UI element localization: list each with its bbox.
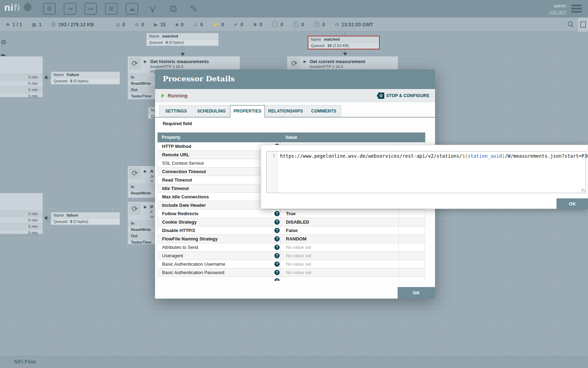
- help-icon[interactable]: ?: [274, 278, 280, 281]
- table-row: Follow Redirects?True: [158, 210, 425, 218]
- running-status-icon: [161, 94, 165, 98]
- tab-scheduling[interactable]: SCHEDULING: [194, 105, 229, 117]
- global-menu-icon[interactable]: [571, 5, 582, 13]
- help-icon[interactable]: ?: [274, 219, 280, 225]
- remote-url-value: https://www.pegelonline.wsv.de/webservic…: [280, 153, 584, 159]
- tab-settings[interactable]: SETTINGS: [159, 105, 193, 117]
- input-port-toolbar-icon[interactable]: ⇥: [63, 2, 77, 15]
- queued-size: (0 bytes): [169, 40, 184, 45]
- run-status-icon: ▶: [144, 169, 147, 173]
- help-icon[interactable]: ?: [274, 261, 280, 267]
- run-status-icon: ▶: [303, 59, 306, 64]
- connection-label-matched-top[interactable]: Namematched Queued0 (0 bytes): [146, 33, 219, 46]
- connection-queued-key: Queued: [149, 40, 163, 45]
- connection-label-failure-top[interactable]: NameFailure Queued0 (0 bytes): [51, 71, 120, 84]
- connection-name-value: failure: [66, 213, 78, 217]
- label-toolbar-icon[interactable]: ✎: [187, 2, 201, 15]
- connection-queued-key: Queued: [311, 43, 324, 48]
- el-close-token: }: [502, 153, 505, 159]
- tab-properties[interactable]: PROPERTIES: [230, 105, 265, 117]
- queued-size: (0 bytes): [73, 79, 88, 83]
- process-group-toolbar-icon[interactable]: ⊞: [105, 2, 118, 15]
- queue-icon: ☰: [51, 22, 56, 27]
- status-up-to-date: ✔0: [234, 22, 243, 27]
- connection-name-value: Failure: [66, 73, 79, 77]
- value-cell[interactable]: No value set: [280, 243, 398, 251]
- status-cluster: ❖1 / 1: [6, 22, 22, 27]
- processor-type: Jo: [150, 174, 154, 178]
- help-icon[interactable]: ?: [274, 270, 280, 275]
- value-cell[interactable]: No value set: [280, 260, 398, 268]
- editor-ok-button[interactable]: OK: [556, 198, 588, 209]
- processor-type: InvokeHTTP 1.16.3: [310, 64, 343, 69]
- tab-comments[interactable]: COMMENTS: [306, 105, 341, 117]
- connection-name-key: Name: [149, 34, 159, 38]
- value-cell[interactable]: No value set: [280, 252, 398, 260]
- stop-and-configure-button[interactable]: ⚙ STOP & CONFIGURE: [378, 93, 429, 99]
- processor-name: P: [150, 204, 153, 210]
- resize-handle[interactable]: [581, 189, 585, 192]
- threads-icon: ▦: [32, 22, 36, 27]
- funnel-toolbar-icon[interactable]: ⋎: [146, 2, 159, 15]
- status-active-threads: ▦1: [32, 22, 42, 27]
- dialog-tabs: SETTINGS SCHEDULING PROPERTIES RELATIONS…: [155, 105, 435, 117]
- output-port-toolbar-icon[interactable]: ↦: [84, 2, 97, 15]
- processor-toolbar-icon[interactable]: ⚙: [43, 2, 56, 15]
- help-icon[interactable]: ?: [274, 228, 280, 233]
- help-icon[interactable]: ?: [274, 211, 280, 216]
- value-cell[interactable]: [280, 277, 398, 281]
- connection-label-fragment: Name Queued: [148, 107, 155, 119]
- invalid-icon: ⚠: [194, 22, 198, 27]
- value-editor-textarea[interactable]: 1 https://www.pegelonline.wsv.de/webserv…: [266, 151, 586, 193]
- connection-arrow-icon: [181, 53, 185, 56]
- status-not-transmitting: ⊘0: [135, 22, 144, 27]
- value-cell[interactable]: DISABLED: [280, 218, 398, 226]
- status-locally-modified: ✱0: [253, 22, 262, 27]
- help-icon[interactable]: ?: [274, 236, 280, 241]
- connection-label-matched-right[interactable]: Namematched Queued10 (2.53 KB): [308, 36, 380, 49]
- queued-size: (2.53 KB): [332, 43, 349, 48]
- required-field-note: Required field: [163, 121, 192, 126]
- panel-toggle-icon[interactable]: [578, 18, 588, 32]
- dialog-ok-button[interactable]: OK: [398, 287, 435, 299]
- processor-bundle: or: [150, 179, 153, 183]
- transmitting-icon: ◎: [115, 22, 120, 27]
- status-refresh[interactable]: ⟳13:51:03 GMT: [335, 22, 373, 27]
- connection-arrow-icon: [343, 53, 347, 56]
- value-cell[interactable]: No value set: [280, 268, 398, 277]
- status-sync-failure: ?0: [314, 21, 325, 27]
- logout-link[interactable]: LOG OUT: [549, 10, 566, 14]
- remote-process-group-toolbar-icon[interactable]: ☁: [125, 2, 139, 15]
- breadcrumb[interactable]: NiFi Flow: [14, 359, 36, 364]
- help-icon[interactable]: ?: [274, 253, 280, 258]
- table-row: FlowFile Naming Strategy?RANDOM: [158, 235, 425, 243]
- column-property: Property: [162, 135, 180, 140]
- stop-configure-gear-icon: ⚙: [378, 93, 384, 99]
- help-icon[interactable]: ?: [274, 245, 280, 250]
- table-row: Useragent?No value set: [158, 252, 425, 260]
- value-cell[interactable]: False: [280, 226, 398, 234]
- nifi-app: ⊘ r r 5 min 5 min 5 min 5 min 5 min 5 mi…: [0, 0, 588, 368]
- current-user: admin: [554, 3, 566, 8]
- search-icon[interactable]: [568, 21, 574, 28]
- status-disabled: ⚡0: [213, 22, 224, 27]
- value-cell[interactable]: True: [280, 210, 398, 218]
- status-bar: ❖1 / 1 ▦1 ☰193 / 279.12 KB ◎0 ⊘0 ▶15 ■0 …: [0, 18, 588, 32]
- template-toolbar-icon[interactable]: ⧉: [167, 2, 180, 15]
- app-header: nifi ⚙ ⇥ ↦ ⊞ ☁ ⋎ ⧉ ✎ admin LOG OUT: [0, 0, 588, 18]
- table-row: Basic Authentication Username?No value s…: [158, 260, 425, 268]
- connection-label-failure-bottom[interactable]: Namefailure Queued0 (0 bytes): [51, 212, 120, 225]
- processor-offscreen-left-top[interactable]: 5 min 5 min 5 min 5 min: [0, 56, 43, 97]
- value-cell[interactable]: RANDOM: [280, 235, 398, 243]
- dialog-title-bar: Processor Details: [155, 69, 435, 89]
- processor-offscreen-left-bottom[interactable]: 5 min 5 min 5 min 5 min: [0, 193, 43, 234]
- value-editor-overlay: 1 https://www.pegelonline.wsv.de/webserv…: [261, 145, 588, 209]
- status-invalid: ⚠0: [194, 22, 203, 27]
- status-running: ▶15: [154, 22, 166, 27]
- processor-type: P: [150, 210, 153, 214]
- modified-stale-icon: !: [293, 21, 299, 27]
- tab-relationships[interactable]: RELATIONSHIPS: [266, 105, 305, 117]
- no-entry-icon: ⊘: [1, 38, 6, 46]
- queued-size: (0 bytes): [73, 219, 88, 224]
- connection-queued-key: Queued: [54, 79, 67, 83]
